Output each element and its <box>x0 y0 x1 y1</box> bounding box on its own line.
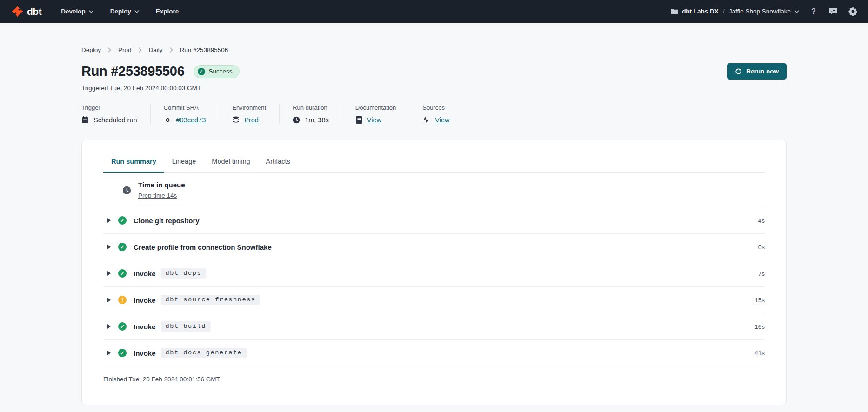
step-invoke-dbt-build[interactable]: ✓ Invoke dbt build 16s <box>103 313 765 340</box>
step-clone-git-repository[interactable]: ✓ Clone git repository 4s <box>103 207 765 234</box>
tab-run-summary[interactable]: Run summary <box>103 158 164 172</box>
command-chip: dbt docs generate <box>161 348 247 358</box>
success-icon: ✓ <box>118 322 127 331</box>
sources-view-link[interactable]: View <box>435 116 449 124</box>
run-summary-card: Run summary Lineage Model timing Artifac… <box>81 140 787 405</box>
project-name: Jaffle Shop Snowflake <box>729 8 799 15</box>
feedback-icon[interactable] <box>828 7 838 17</box>
step-duration: 7s <box>758 270 765 277</box>
breadcrumb-current-run: Run #253895506 <box>180 47 228 53</box>
org-name: dbt Labs DX <box>671 8 719 15</box>
step-invoke-dbt-deps[interactable]: ✓ Invoke dbt deps 7s <box>103 260 765 287</box>
success-icon: ✓ <box>118 243 127 251</box>
expand-caret-icon[interactable] <box>107 351 111 355</box>
step-invoke-dbt-source-freshness[interactable]: ! Invoke dbt source freshness 15s <box>103 287 765 313</box>
account-separator: / <box>723 8 725 15</box>
run-duration-value: 1m, 38s <box>305 116 329 124</box>
expand-caret-icon[interactable] <box>107 324 111 329</box>
nav-explore-label: Explore <box>156 8 179 15</box>
meta-commit-sha: Commit SHA #03ced73 <box>164 104 220 124</box>
step-duration: 4s <box>758 217 765 224</box>
step-duration: 0s <box>758 244 765 251</box>
command-chip: dbt source freshness <box>161 295 260 305</box>
tab-lineage[interactable]: Lineage <box>164 158 204 172</box>
clock-icon <box>293 116 300 124</box>
success-check-icon: ✓ <box>198 68 205 75</box>
top-navbar: dbt Develop Deploy Explore dbt Labs DX /… <box>0 0 868 23</box>
meta-environment: Environment Prod <box>232 104 280 124</box>
account-project-selector[interactable]: dbt Labs DX / Jaffle Shop Snowflake <box>671 8 799 15</box>
folder-icon <box>671 8 678 14</box>
expand-caret-icon[interactable] <box>107 298 111 302</box>
tab-model-timing[interactable]: Model timing <box>204 158 258 172</box>
commit-sha-link[interactable]: #03ced73 <box>176 116 206 124</box>
dbt-logo-text: dbt <box>27 6 41 17</box>
breadcrumb-prod[interactable]: Prod <box>118 47 132 53</box>
page-title: Run #253895506 <box>81 64 185 79</box>
expand-caret-icon[interactable] <box>107 271 111 276</box>
status-badge: ✓ Success <box>194 65 240 78</box>
environment-link[interactable]: Prod <box>244 116 259 124</box>
step-duration: 16s <box>754 323 765 330</box>
breadcrumb-deploy[interactable]: Deploy <box>81 47 101 53</box>
settings-gear-icon[interactable] <box>848 7 858 17</box>
finished-timestamp: Finished Tue, 20 Feb 2024 00:01:56 GMT <box>103 366 765 383</box>
meta-run-duration: Run duration 1m, 38s <box>293 104 342 124</box>
time-in-queue-row: Time in queue Prep time 14s <box>103 173 765 207</box>
help-icon[interactable]: ? <box>808 7 819 17</box>
book-icon <box>355 116 362 124</box>
step-invoke-dbt-docs-generate[interactable]: ✓ Invoke dbt docs generate 41s <box>103 340 765 366</box>
navbar-right: dbt Labs DX / Jaffle Shop Snowflake ? <box>671 7 858 17</box>
breadcrumb-daily[interactable]: Daily <box>149 47 163 53</box>
breadcrumb-chevron-icon <box>170 47 173 53</box>
nav-develop-label: Develop <box>61 8 86 15</box>
breadcrumb-chevron-icon <box>108 47 111 53</box>
calendar-icon <box>81 116 89 124</box>
nav-deploy-label: Deploy <box>110 8 131 15</box>
meta-trigger: Trigger Scheduled run <box>81 104 151 124</box>
git-commit-icon <box>164 116 172 124</box>
queue-title: Time in queue <box>138 181 185 189</box>
nav-deploy[interactable]: Deploy <box>110 8 139 15</box>
meta-sources: Sources View <box>422 104 462 124</box>
database-icon <box>232 116 240 124</box>
pulse-icon <box>422 117 430 123</box>
chevron-down-icon <box>89 10 93 13</box>
rerun-now-button[interactable]: Rerun now <box>727 63 787 80</box>
success-icon: ✓ <box>118 349 127 357</box>
breadcrumb: Deploy Prod Daily Run #253895506 <box>81 23 787 53</box>
success-icon: ✓ <box>118 269 127 278</box>
expand-caret-icon[interactable] <box>107 245 111 249</box>
dbt-logo[interactable]: dbt <box>11 5 41 18</box>
warning-icon: ! <box>118 296 127 304</box>
nav-explore[interactable]: Explore <box>156 8 179 15</box>
trigger-value: Scheduled run <box>93 116 137 124</box>
title-row: Run #253895506 ✓ Success Rerun now <box>81 63 787 80</box>
command-chip: dbt deps <box>161 268 207 279</box>
triggered-timestamp: Triggered Tue, 20 Feb 2024 00:00:03 GMT <box>81 85 787 92</box>
nav-develop[interactable]: Develop <box>61 8 93 15</box>
queue-clock-icon <box>123 186 131 194</box>
breadcrumb-chevron-icon <box>139 47 142 53</box>
success-icon: ✓ <box>118 216 127 225</box>
main-content: Deploy Prod Daily Run #253895506 Run #25… <box>81 23 787 405</box>
primary-nav: Develop Deploy Explore <box>61 8 179 15</box>
tab-artifacts[interactable]: Artifacts <box>258 158 298 172</box>
step-create-profile[interactable]: ✓ Create profile from connection Snowfla… <box>103 234 765 260</box>
meta-documentation: Documentation View <box>355 104 409 124</box>
prep-time-link[interactable]: Prep time 14s <box>138 192 177 199</box>
chevron-down-icon <box>134 10 139 13</box>
refresh-icon <box>735 68 742 75</box>
step-duration: 15s <box>754 297 765 304</box>
dbt-logo-icon <box>11 5 24 18</box>
documentation-view-link[interactable]: View <box>367 116 381 124</box>
run-meta-row: Trigger Scheduled run Commit SHA #03ced7… <box>81 104 787 124</box>
command-chip: dbt build <box>161 321 211 332</box>
step-duration: 41s <box>754 350 765 357</box>
chevron-down-icon <box>795 10 799 13</box>
run-tabs: Run summary Lineage Model timing Artifac… <box>103 140 765 173</box>
expand-caret-icon[interactable] <box>107 218 111 223</box>
